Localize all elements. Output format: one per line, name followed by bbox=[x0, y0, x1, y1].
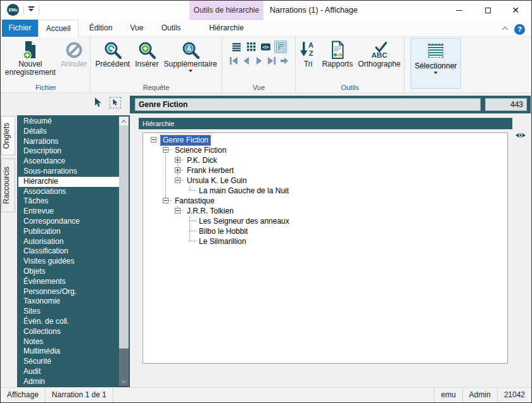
sidebar-item[interactable]: Évén. de coll. bbox=[18, 317, 119, 327]
sidebar-scrollbar[interactable] bbox=[119, 117, 129, 386]
tab-outils[interactable]: Outils bbox=[153, 20, 189, 37]
reports-icon bbox=[328, 40, 347, 60]
tree-node-label[interactable]: La main Gauche de la Nuit bbox=[197, 186, 291, 196]
sidebar-item[interactable]: Entrevue bbox=[18, 207, 119, 217]
sidebar-item[interactable]: Audit bbox=[18, 367, 119, 377]
tree-indent-guide bbox=[172, 186, 184, 196]
minimize-button[interactable] bbox=[445, 1, 473, 20]
tree-node-label[interactable]: Frank Herbert bbox=[185, 166, 236, 176]
tree-row: La main Gauche de la Nuit bbox=[148, 186, 507, 196]
tree-collapse-icon[interactable] bbox=[163, 147, 168, 153]
sidebar-item[interactable]: Sites bbox=[18, 307, 119, 317]
first-record-icon[interactable] bbox=[229, 56, 239, 66]
sidebar-item[interactable]: Associations bbox=[18, 187, 119, 197]
previous-search-button[interactable]: Précédent bbox=[92, 39, 132, 70]
collapse-ribbon-icon[interactable] bbox=[503, 27, 509, 32]
new-record-button[interactable]: Nouvel enregistrement bbox=[3, 39, 58, 78]
scrollbar-thumb[interactable] bbox=[119, 125, 129, 349]
sidebar-item[interactable]: Personnes/Org. bbox=[18, 287, 119, 297]
tab-accueil[interactable]: Accueil bbox=[38, 20, 79, 37]
tree-collapse-icon[interactable] bbox=[163, 198, 168, 203]
view-code-button[interactable]: </> bbox=[260, 41, 272, 53]
close-button[interactable]: ✕ bbox=[502, 1, 529, 20]
scrollbar-down-icon[interactable] bbox=[119, 377, 129, 386]
sidebar-item[interactable]: Événements bbox=[18, 277, 119, 287]
goto-record-icon[interactable] bbox=[279, 56, 289, 66]
tree-connector bbox=[184, 236, 196, 246]
view-list-button[interactable] bbox=[231, 41, 243, 53]
group-label-requete: Requête bbox=[91, 84, 222, 91]
tree-node-label[interactable]: J.R.R. Tolkien bbox=[185, 207, 236, 216]
tab-vue[interactable]: Vue bbox=[122, 20, 151, 37]
next-record-icon[interactable] bbox=[254, 56, 264, 66]
view-details-button[interactable] bbox=[274, 41, 287, 53]
sidebar-item[interactable]: Narrations bbox=[18, 137, 119, 147]
sidebar-item[interactable]: Correspondance bbox=[18, 217, 119, 227]
app-logo-icon[interactable]: EMu bbox=[7, 4, 19, 16]
sidebar-item[interactable]: Ascendance bbox=[18, 157, 119, 167]
sort-button[interactable]: A Z Tri bbox=[296, 39, 319, 70]
quick-access-dropdown-icon[interactable] bbox=[27, 6, 35, 11]
sidebar-item[interactable]: Admin bbox=[18, 377, 119, 386]
select-label: Sélectionner bbox=[415, 61, 457, 70]
tree-node-label[interactable]: Ursula K. Le Guin bbox=[185, 176, 249, 186]
tree-node-label[interactable]: Le Silmarillion bbox=[197, 237, 248, 246]
record-title-field[interactable]: Genre Fiction bbox=[135, 98, 481, 111]
sidebar-item[interactable]: Détails bbox=[18, 127, 119, 137]
sidebar-item[interactable]: Classification bbox=[18, 246, 119, 257]
tree-expand-icon[interactable] bbox=[175, 167, 180, 173]
sidebar-item[interactable]: Hiérarchie bbox=[18, 177, 119, 187]
sidebar-item[interactable]: Publication bbox=[18, 227, 119, 237]
spelling-button[interactable]: ABC Orthographe bbox=[355, 39, 403, 70]
select-pointer-icon[interactable] bbox=[110, 97, 121, 108]
tree-collapse-icon[interactable] bbox=[175, 208, 180, 214]
side-tab-raccourcis[interactable]: Raccourcis bbox=[1, 158, 15, 212]
help-button[interactable]: ? bbox=[514, 24, 525, 35]
eye-icon[interactable] bbox=[515, 131, 526, 139]
sidebar-item[interactable]: Tâches bbox=[18, 196, 119, 207]
pointer-cursor-icon[interactable] bbox=[94, 98, 103, 108]
tree-node-label[interactable]: Fantastique bbox=[173, 196, 217, 206]
tab-fichier[interactable]: Fichier bbox=[2, 20, 38, 37]
sidebar-item[interactable]: Résumé bbox=[18, 117, 119, 127]
maximize-button[interactable] bbox=[474, 1, 502, 20]
sidebar-item[interactable]: Objets bbox=[18, 267, 119, 277]
sidebar-item[interactable]: Visites guidées bbox=[18, 257, 119, 267]
view-grid-button[interactable] bbox=[245, 41, 258, 53]
select-button[interactable]: Sélectionner bbox=[410, 38, 461, 89]
tree-connector bbox=[172, 206, 184, 216]
tree-node-label[interactable]: Genre Fiction bbox=[161, 136, 210, 145]
sidebar-item[interactable]: Taxonomie bbox=[18, 297, 119, 307]
tree-node-label[interactable]: Bilbo le Hobbit bbox=[197, 227, 250, 236]
tab-edition[interactable]: Édition bbox=[83, 20, 118, 37]
previous-record-icon[interactable] bbox=[241, 56, 251, 66]
tree-expand-icon[interactable] bbox=[175, 157, 180, 163]
cancel-button[interactable]: Annuler bbox=[58, 39, 89, 70]
side-tab-onglets[interactable]: Onglets bbox=[1, 116, 15, 155]
tree-node-label[interactable]: Science Fiction bbox=[173, 146, 228, 155]
group-label-outils: Outils bbox=[296, 84, 404, 91]
reports-label: Rapports bbox=[322, 60, 353, 68]
tab-hierarchie[interactable]: Hiérarchie bbox=[189, 20, 263, 37]
tree-collapse-icon[interactable] bbox=[151, 137, 156, 143]
sidebar-item[interactable]: Collections bbox=[18, 327, 119, 337]
status-bar: Affichage Narration 1 de 1 emu Admin 210… bbox=[1, 387, 531, 402]
sidebar-item[interactable]: Description bbox=[18, 146, 119, 157]
last-record-icon[interactable] bbox=[267, 56, 277, 66]
grid-view-icon bbox=[247, 42, 256, 51]
insert-search-button[interactable]: Insérer bbox=[132, 39, 161, 70]
sidebar-item[interactable]: Sécurité bbox=[18, 357, 119, 367]
sidebar-item[interactable]: Multimédia bbox=[18, 347, 119, 357]
sidebar-item[interactable]: Notes bbox=[18, 337, 119, 347]
tree-node-label[interactable]: P.K. Dick bbox=[185, 156, 219, 165]
tree-collapse-icon[interactable] bbox=[175, 177, 180, 183]
scrollbar-up-icon[interactable] bbox=[119, 117, 129, 125]
reports-button[interactable]: Rapports bbox=[319, 39, 355, 70]
maximize-icon bbox=[485, 8, 491, 13]
additional-search-button[interactable]: & Supplémentaire bbox=[162, 39, 220, 74]
status-number: 21042 bbox=[497, 388, 531, 402]
sidebar-item[interactable]: Autorisation bbox=[18, 237, 119, 247]
tree-node-label[interactable]: Les Seigneur des anneaux bbox=[197, 217, 291, 226]
sidebar-item[interactable]: Sous-narrations bbox=[18, 167, 119, 177]
title-bar: EMu Outils de hiérarchie Narrations (1) … bbox=[1, 1, 531, 20]
